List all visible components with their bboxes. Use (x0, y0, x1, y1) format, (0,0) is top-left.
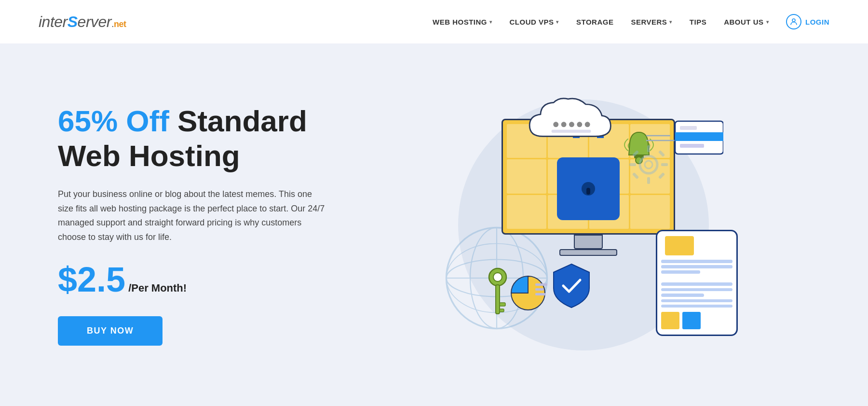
svg-point-29 (640, 156, 657, 173)
svg-rect-24 (500, 303, 505, 306)
login-button[interactable]: LOGIN (786, 14, 829, 29)
chevron-down-icon: ▾ (766, 19, 769, 25)
svg-rect-32 (647, 177, 650, 184)
tablet-line (661, 270, 700, 274)
svg-point-9 (569, 122, 574, 127)
hero-section: 65% Off StandardWeb Hosting Put your bus… (0, 43, 868, 406)
shield-icon (550, 262, 593, 312)
site-logo[interactable]: interServer.net (39, 13, 126, 31)
svg-rect-38 (658, 172, 665, 179)
svg-rect-27 (535, 288, 544, 291)
gear-icon (627, 143, 670, 188)
svg-rect-33 (629, 163, 636, 166)
nav-about-us[interactable]: ABOUT US ▾ (724, 18, 769, 26)
tablet-square (682, 312, 701, 329)
tablet-line (661, 282, 732, 285)
logo-letter-s: S (68, 13, 78, 31)
price-amount: $2.5 (58, 262, 125, 297)
hero-title: 65% Off StandardWeb Hosting (58, 104, 357, 173)
logo-text-inter: inter (39, 13, 68, 31)
svg-point-11 (585, 122, 590, 127)
svg-point-30 (645, 161, 652, 168)
svg-rect-12 (552, 129, 591, 132)
svg-rect-26 (535, 283, 547, 286)
buy-now-button[interactable]: BUY NOW (58, 316, 163, 346)
site-header: interServer.net WEB HOSTING ▾ CLOUD VPS … (0, 0, 868, 43)
hero-description: Put your business online or blog about t… (58, 187, 328, 245)
hero-title-highlight: 65% Off (58, 104, 169, 138)
nav-storage[interactable]: STORAGE (576, 18, 613, 26)
hero-content: 65% Off StandardWeb Hosting Put your bus… (58, 104, 357, 345)
tablet-line (661, 288, 732, 291)
main-nav: WEB HOSTING ▾ CLOUD VPS ▾ STORAGE SERVER… (433, 14, 829, 29)
tablet-icon (656, 230, 738, 336)
chevron-down-icon: ▾ (669, 19, 672, 25)
svg-point-22 (493, 273, 502, 281)
nav-servers[interactable]: SERVERS ▾ (631, 18, 672, 26)
tablet-square (661, 312, 679, 329)
svg-rect-25 (500, 309, 504, 312)
logo-text-erver: erver (78, 13, 111, 31)
chevron-down-icon: ▾ (489, 19, 492, 25)
tablet-box (665, 236, 694, 256)
key-icon (485, 266, 511, 322)
chevron-down-icon: ▾ (556, 19, 559, 25)
svg-point-8 (561, 122, 567, 127)
tablet-line (661, 305, 732, 308)
price-suffix: /Per Month! (128, 282, 187, 294)
tablet-line (661, 294, 704, 296)
tablet-line (661, 299, 732, 302)
svg-rect-20 (680, 126, 697, 130)
hero-illustration (357, 80, 810, 370)
svg-point-7 (553, 122, 558, 127)
svg-rect-37 (632, 172, 639, 179)
tablet-squares (661, 312, 732, 329)
tablet-line (661, 260, 732, 263)
svg-rect-18 (675, 132, 723, 141)
svg-rect-31 (647, 145, 650, 152)
tablet-lines (661, 260, 732, 274)
nav-cloud-vps[interactable]: CLOUD VPS ▾ (509, 18, 559, 26)
login-icon (786, 14, 801, 29)
svg-rect-19 (680, 144, 704, 148)
tablet-line (661, 265, 732, 268)
svg-rect-28 (535, 293, 546, 295)
svg-rect-36 (658, 150, 665, 156)
illustration-container (415, 90, 752, 360)
svg-point-10 (577, 122, 582, 127)
pie-chart-icon (509, 274, 547, 314)
logo-net: net (114, 19, 126, 29)
svg-point-0 (792, 19, 795, 22)
svg-rect-23 (496, 285, 500, 314)
nav-tips[interactable]: TIPS (690, 18, 706, 26)
svg-rect-35 (632, 150, 639, 156)
svg-rect-34 (661, 163, 668, 166)
price-display: $2.5 /Per Month! (58, 262, 357, 297)
cloud-icon (521, 95, 617, 154)
nav-web-hosting[interactable]: WEB HOSTING ▾ (433, 18, 492, 26)
